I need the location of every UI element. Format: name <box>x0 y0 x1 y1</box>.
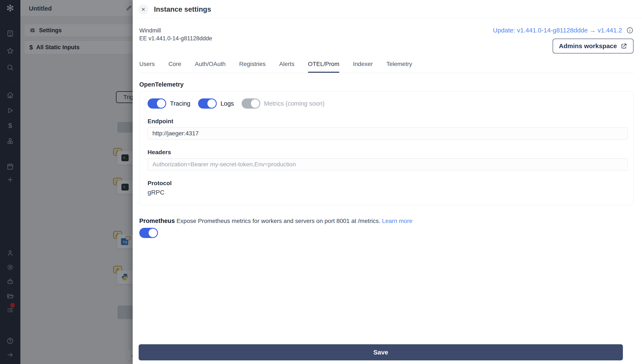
settings-tabs: Users Core Auth/OAuth Registries Alerts … <box>139 61 633 73</box>
otel-toggle-row: Tracing Logs Metrics (coming soon) <box>148 98 628 108</box>
learn-more-link[interactable]: Learn more <box>382 218 412 224</box>
app-name: Windmill <box>139 27 212 34</box>
prometheus-row: Prometheus Expose Prometheus metrics for… <box>139 218 633 224</box>
update-link[interactable]: Update: v1.441.0-14-g81128ddde → v1.441.… <box>493 27 622 34</box>
modal-overlay[interactable] <box>0 0 133 364</box>
metrics-toggle <box>242 98 260 108</box>
update-row: Update: v1.441.0-14-g81128ddde → v1.441.… <box>493 27 633 34</box>
drawer-footer: Save <box>139 344 623 360</box>
update-column: Update: v1.441.0-14-g81128ddde → v1.441.… <box>493 27 633 54</box>
external-link-icon <box>621 43 627 49</box>
version-block: Windmill EE v1.441.0-14-g81128ddde <box>139 27 212 42</box>
prometheus-toggle-wrap <box>139 228 633 239</box>
tracing-toggle[interactable] <box>148 98 166 108</box>
protocol-value: gRPC <box>148 189 628 196</box>
metrics-label: Metrics (coming soon) <box>264 100 325 107</box>
logs-label: Logs <box>221 100 234 107</box>
tab-users[interactable]: Users <box>139 61 155 73</box>
headers-input[interactable] <box>148 158 628 170</box>
version-string: EE v1.441.0-14-g81128ddde <box>139 34 212 42</box>
logs-toggle-item: Logs <box>198 98 234 108</box>
admins-workspace-label: Admins workspace <box>559 42 617 50</box>
close-icon[interactable] <box>138 4 148 14</box>
tab-otel-prom[interactable]: OTEL/Prom <box>308 61 340 73</box>
endpoint-label: Endpoint <box>148 118 628 125</box>
opentelemetry-heading: OpenTelemetry <box>139 81 633 88</box>
tab-core[interactable]: Core <box>168 61 181 73</box>
protocol-label: Protocol <box>148 180 628 187</box>
drawer-title: Instance settings <box>154 5 211 13</box>
admins-workspace-button[interactable]: Admins workspace <box>553 38 633 54</box>
tab-telemetry[interactable]: Telemetry <box>386 61 412 73</box>
endpoint-input[interactable] <box>148 127 628 140</box>
info-icon[interactable] <box>626 27 633 34</box>
prometheus-description: Expose Prometheus metrics for workers an… <box>176 218 380 224</box>
prometheus-toggle[interactable] <box>139 228 158 238</box>
drawer-body: Windmill EE v1.441.0-14-g81128ddde Updat… <box>133 27 642 239</box>
tracing-label: Tracing <box>170 100 190 107</box>
tab-auth-oauth[interactable]: Auth/OAuth <box>195 61 226 73</box>
tab-alerts[interactable]: Alerts <box>279 61 294 73</box>
instance-settings-drawer: Instance settings Windmill EE v1.441.0-1… <box>133 0 642 364</box>
opentelemetry-card: Tracing Logs Metrics (coming soon) Endpo… <box>139 92 633 205</box>
meta-row: Windmill EE v1.441.0-14-g81128ddde Updat… <box>139 27 633 54</box>
logs-toggle[interactable] <box>198 98 217 108</box>
save-button[interactable]: Save <box>139 344 623 360</box>
headers-label: Headers <box>148 149 628 156</box>
windmill-app: ✻ $ <box>0 0 642 364</box>
tab-registries[interactable]: Registries <box>239 61 266 73</box>
tracing-toggle-item: Tracing <box>148 98 190 108</box>
drawer-header: Instance settings <box>133 0 642 19</box>
prometheus-heading: Prometheus <box>139 218 175 224</box>
metrics-toggle-item: Metrics (coming soon) <box>242 98 325 108</box>
tab-indexer[interactable]: Indexer <box>353 61 373 73</box>
